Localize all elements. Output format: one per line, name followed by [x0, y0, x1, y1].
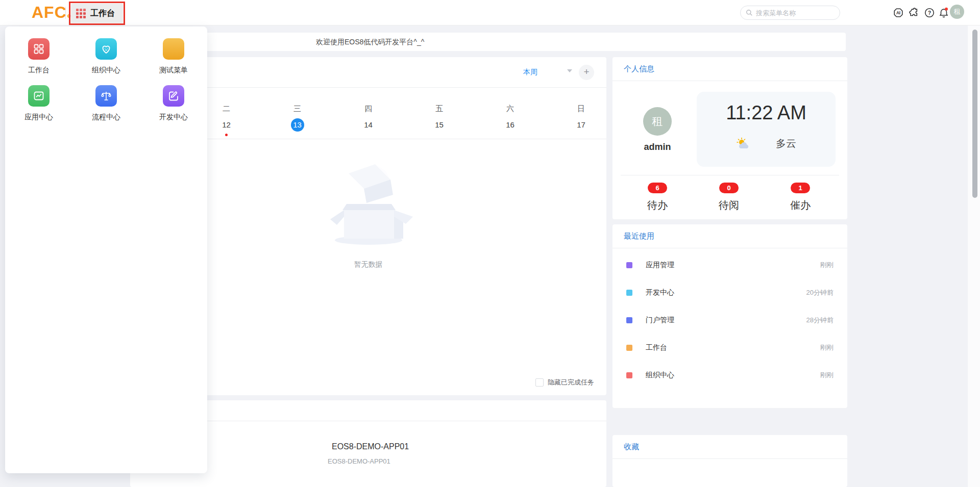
user-avatar[interactable]: 租: [950, 5, 964, 19]
stat-urge[interactable]: 1 催办: [765, 183, 836, 212]
recent-item-time: 刚刚: [820, 261, 834, 270]
favorites-title: 收藏: [624, 442, 639, 452]
org-center-tile-icon: [95, 38, 117, 60]
clock-weather-widget: 11:22 AM 多云: [697, 92, 836, 167]
hide-completed-label: 隐藏已完成任务: [548, 378, 594, 387]
svg-text:?: ?: [928, 10, 931, 16]
app-menu-dropdown: 工作台 组织中心 测试菜单 应用中心 流程中心: [5, 27, 207, 473]
chevron-down-icon[interactable]: [567, 69, 572, 72]
recent-item-time: 刚刚: [820, 371, 834, 380]
notification-dot: [945, 8, 948, 11]
app-color-square: [626, 372, 632, 378]
app-list-item-name[interactable]: EOS8-DEMO-APP01: [332, 442, 409, 451]
weather-row: 多云: [697, 137, 836, 150]
ai-assistant-icon[interactable]: AI: [893, 7, 904, 18]
recently-used-list: 应用管理 刚刚 开发中心 20分钟前 门户管理 28分钟前 工作台 刚刚 组织中…: [626, 251, 834, 389]
recent-item-label: 门户管理: [646, 316, 674, 325]
dev-center-tile-icon: [163, 85, 184, 107]
recent-item-time: 28分钟前: [806, 316, 834, 325]
logo-text: AFC: [32, 3, 67, 21]
profile-stats-row: 6 待办 0 待阅 1 催办: [622, 183, 836, 212]
empty-box-illustration: [315, 157, 422, 254]
app-color-square: [626, 262, 632, 268]
app-menu-item-org-center[interactable]: 组织中心: [72, 38, 140, 75]
todo-label: 待办: [622, 198, 693, 212]
app-menu-label: 测试菜单: [159, 66, 188, 75]
profile-card: 个人信息 租 admin 11:22 AM 多云 6 待办 0 待阅: [612, 57, 847, 219]
app-menu-item-test-menu[interactable]: 测试菜单: [140, 38, 207, 75]
to-read-count-badge: 0: [719, 183, 739, 193]
recent-item-label: 开发中心: [646, 288, 674, 297]
recent-item-dev-center[interactable]: 开发中心 20分钟前: [626, 279, 834, 306]
recent-item-org-center[interactable]: 组织中心 刚刚: [626, 362, 834, 389]
greeting-text: 欢迎使用EOS8低代码开发平台^_^: [316, 33, 424, 51]
day-cell-wed-selected[interactable]: 三 13: [262, 104, 333, 136]
stat-todo[interactable]: 6 待办: [622, 183, 693, 212]
hide-completed-checkbox[interactable]: [535, 378, 544, 387]
menu-search-box[interactable]: [740, 6, 840, 20]
date-label: 16: [475, 118, 546, 132]
day-cell-fri[interactable]: 五 15: [404, 104, 475, 136]
date-label: 13: [262, 118, 333, 132]
recently-used-card: 最近使用 应用管理 刚刚 开发中心 20分钟前 门户管理 28分钟前 工作台 刚…: [612, 224, 847, 408]
day-cell-sun[interactable]: 日 17: [546, 104, 606, 136]
day-cell-sat[interactable]: 六 16: [475, 104, 546, 136]
process-center-tile-icon: [95, 85, 117, 107]
app-menu-label: 流程中心: [92, 113, 120, 122]
recent-item-portal-management[interactable]: 门户管理 28分钟前: [626, 306, 834, 334]
app-color-square: [626, 317, 632, 323]
workbench-menu-button[interactable]: 工作台: [71, 4, 123, 23]
stat-to-read[interactable]: 0 待阅: [693, 183, 765, 212]
app-menu-item-app-center[interactable]: 应用中心: [5, 85, 72, 122]
week-range-dropdown[interactable]: 本周: [523, 68, 537, 77]
recent-item-workbench[interactable]: 工作台 刚刚: [626, 334, 834, 362]
partly-cloudy-icon: [736, 137, 751, 150]
notification-bell-icon[interactable]: [938, 7, 949, 18]
app-menu-label: 组织中心: [92, 66, 120, 75]
app-menu-label: 应用中心: [24, 113, 53, 122]
app-list-item-code: EOS8-DEMO-APP01: [328, 457, 390, 465]
weekday-label: 三: [262, 104, 333, 114]
weekday-label: 日: [546, 104, 606, 114]
selected-date-badge: 13: [291, 118, 304, 132]
scrollbar-thumb[interactable]: [972, 30, 977, 198]
app-menu-item-dev-center[interactable]: 开发中心: [140, 85, 207, 122]
recent-item-app-management[interactable]: 应用管理 刚刚: [626, 251, 834, 279]
recent-item-label: 工作台: [646, 343, 667, 352]
weekday-label: 四: [333, 104, 404, 114]
event-dot: [225, 134, 228, 136]
workbench-tile-icon: [28, 38, 50, 60]
weekday-label: 五: [404, 104, 475, 114]
app-menu-item-process-center[interactable]: 流程中心: [72, 85, 140, 122]
card-divider: [612, 458, 847, 459]
app-menu-label: 开发中心: [159, 113, 188, 122]
todo-count-badge: 6: [648, 183, 667, 193]
profile-card-title: 个人信息: [624, 64, 654, 74]
search-icon: [746, 9, 753, 16]
top-header: AFCenter 工作台 AI ? 租: [0, 0, 980, 25]
date-label: 14: [333, 118, 404, 132]
app-menu-label: 工作台: [28, 66, 50, 75]
header-divider: [65, 7, 66, 19]
day-cell-thu[interactable]: 四 14: [333, 104, 404, 136]
hide-completed-row: 隐藏已完成任务: [535, 378, 594, 387]
urge-label: 催办: [765, 198, 836, 212]
help-icon[interactable]: ?: [924, 7, 935, 18]
profile-username: admin: [627, 142, 688, 152]
add-event-button[interactable]: +: [579, 65, 594, 80]
app-grid-icon: [76, 9, 86, 18]
favorites-card: 收藏: [612, 435, 847, 487]
weather-label: 多云: [776, 137, 796, 150]
profile-avatar[interactable]: 租: [643, 107, 672, 136]
recent-item-time: 20分钟前: [806, 288, 834, 297]
date-label: 17: [546, 118, 606, 132]
plugin-puzzle-icon[interactable]: [908, 7, 919, 18]
recent-item-label: 组织中心: [646, 371, 674, 380]
card-divider: [612, 248, 847, 248]
app-menu-item-workbench[interactable]: 工作台: [5, 38, 72, 75]
profile-divider: [621, 175, 839, 175]
app-color-square: [626, 290, 632, 296]
search-input[interactable]: [756, 9, 835, 17]
clock-time: 11:22 AM: [697, 102, 836, 124]
recent-item-label: 应用管理: [646, 261, 674, 270]
